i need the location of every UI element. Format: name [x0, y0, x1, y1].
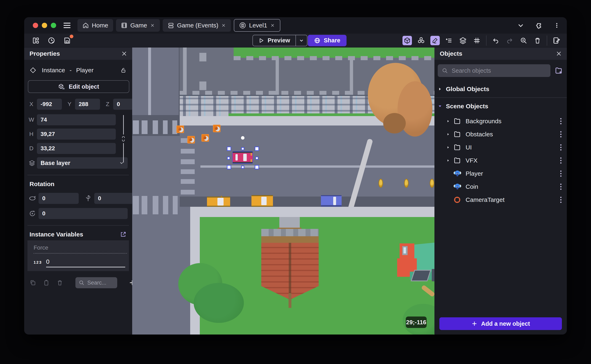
yellow-car[interactable]	[252, 195, 273, 207]
tab-game[interactable]: Game	[116, 19, 160, 32]
layout-panels-icon[interactable]	[31, 36, 40, 45]
caret-right-icon[interactable]	[446, 146, 453, 149]
width-input[interactable]	[37, 114, 116, 125]
caret-right-icon[interactable]	[446, 119, 453, 123]
instance-list-icon[interactable]	[444, 36, 454, 45]
selection-handle[interactable]	[227, 147, 231, 151]
redo-icon[interactable]	[505, 36, 514, 45]
crate-obstacle[interactable]	[213, 125, 220, 132]
add-folder-icon[interactable]	[555, 66, 563, 75]
depth-input[interactable]	[37, 143, 116, 154]
item-menu-kebab-icon[interactable]	[559, 169, 563, 178]
zoom-in-icon[interactable]	[519, 36, 528, 45]
coin[interactable]	[379, 179, 383, 188]
tree-item-backgrounds[interactable]: Backgrounds	[434, 115, 567, 128]
unlock-icon[interactable]	[120, 67, 126, 73]
variable-value[interactable]: 0	[46, 258, 125, 267]
objects-search-input[interactable]	[452, 67, 546, 74]
rotation-y-input[interactable]	[94, 193, 134, 204]
layers-icon[interactable]	[458, 36, 468, 45]
selection-handle[interactable]	[227, 157, 230, 160]
variables-search-box[interactable]	[75, 277, 117, 288]
crate-obstacle[interactable]	[201, 134, 209, 142]
caret-right-icon[interactable]	[446, 132, 453, 136]
extensions-puzzle-icon[interactable]	[535, 22, 543, 29]
open-variables-external-icon[interactable]	[120, 231, 126, 238]
tree-item-obstacles[interactable]: Obstacles	[434, 128, 567, 141]
cube-3d-icon[interactable]	[402, 36, 412, 45]
tree-item-vfx[interactable]: VFX	[434, 154, 567, 167]
tab-home[interactable]: Home	[78, 19, 113, 32]
close-tab-icon[interactable]	[150, 23, 155, 28]
undo-icon[interactable]	[491, 36, 500, 45]
caret-right-icon[interactable]	[446, 159, 453, 162]
grid-icon[interactable]	[472, 36, 482, 45]
item-menu-kebab-icon[interactable]	[559, 195, 563, 205]
objects-search-box[interactable]	[438, 64, 551, 77]
minimize-window-button[interactable]	[42, 23, 47, 28]
item-menu-kebab-icon[interactable]	[559, 130, 563, 139]
height-input[interactable]	[37, 129, 116, 140]
trash-icon[interactable]	[533, 36, 542, 45]
variables-search-input[interactable]	[87, 280, 114, 286]
x-input[interactable]	[37, 99, 62, 110]
selection-handle[interactable]	[255, 165, 259, 169]
rotation-handle[interactable]	[241, 136, 245, 140]
yellow-car[interactable]	[207, 196, 230, 207]
tree-item-cameratarget[interactable]: CameraTarget	[434, 193, 567, 206]
proportional-link-control[interactable]	[121, 115, 126, 162]
player-car-selected[interactable]	[232, 151, 253, 163]
copy-icon[interactable]	[29, 280, 36, 286]
selection-handle[interactable]	[227, 165, 231, 169]
tab-game-events[interactable]: Game (Events)	[163, 19, 231, 32]
item-menu-kebab-icon[interactable]	[559, 117, 563, 126]
variable-row-force[interactable]: Force 123 0	[27, 240, 129, 271]
layer-select[interactable]: Base layer	[37, 157, 128, 169]
close-objects-icon[interactable]	[556, 51, 562, 57]
add-new-object-button[interactable]: Add a new object	[439, 317, 562, 330]
selection-handle[interactable]	[241, 166, 244, 169]
y-input[interactable]	[75, 99, 100, 110]
tower-battlement[interactable]	[261, 229, 319, 237]
close-tab-icon[interactable]	[221, 23, 226, 28]
paste-clipboard-icon[interactable]	[43, 280, 50, 286]
selection-handle[interactable]	[255, 147, 259, 151]
item-menu-kebab-icon[interactable]	[559, 143, 563, 152]
tab-level1[interactable]: Level1	[234, 19, 280, 32]
item-menu-kebab-icon[interactable]	[559, 182, 563, 191]
rotation-x-input[interactable]	[39, 193, 79, 204]
item-menu-kebab-icon[interactable]	[559, 156, 563, 165]
coin[interactable]	[404, 179, 409, 188]
history-clock-icon[interactable]	[47, 36, 56, 45]
save-icon[interactable]	[62, 36, 72, 45]
close-tab-icon[interactable]	[270, 23, 275, 28]
objects-cubes-icon[interactable]	[416, 36, 426, 45]
delete-variable-icon[interactable]	[57, 280, 63, 286]
scene-canvas[interactable]: 29;-116	[132, 47, 434, 335]
crate-obstacle[interactable]	[176, 125, 184, 133]
main-menu-icon[interactable]	[64, 23, 71, 28]
green-tree[interactable]	[194, 283, 244, 323]
blue-car[interactable]	[321, 195, 342, 207]
coin[interactable]	[430, 179, 434, 188]
preview-options-chevron[interactable]	[295, 35, 307, 46]
rotation-z-input[interactable]	[39, 208, 128, 219]
close-properties-icon[interactable]	[121, 51, 127, 57]
kebab-menu-icon[interactable]	[554, 22, 560, 29]
close-window-button[interactable]	[33, 23, 38, 28]
zoom-window-button[interactable]	[51, 23, 56, 28]
global-objects-section[interactable]: Global Objects	[434, 81, 567, 98]
preview-button[interactable]: Preview	[253, 35, 295, 46]
selection-handle[interactable]	[255, 157, 259, 160]
tree-item-ui[interactable]: UI	[434, 141, 567, 154]
edit-object-button[interactable]: 3D Edit object	[28, 80, 129, 93]
chevron-down-icon[interactable]	[517, 22, 524, 29]
scene-objects-section[interactable]: Scene Objects	[434, 98, 567, 115]
events-notebook-icon[interactable]	[552, 36, 561, 45]
pencil-edit-icon[interactable]	[430, 36, 440, 45]
crate-obstacle[interactable]	[187, 136, 195, 143]
variable-name[interactable]: Force	[33, 244, 127, 254]
tree-item-coin[interactable]: Coin	[434, 180, 567, 193]
tree-item-player[interactable]: Player	[434, 167, 567, 180]
selection-handle[interactable]	[241, 147, 244, 150]
